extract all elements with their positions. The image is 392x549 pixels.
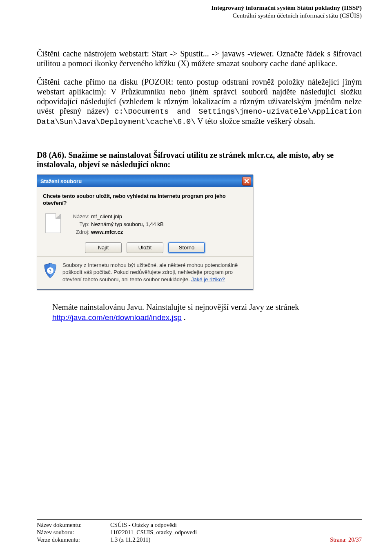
file-details: Název: mf_client.jnlp Typ: Neznámý typ s…: [65, 213, 164, 235]
dialog-title: Stažení souboru: [40, 178, 242, 184]
find-post: ajít: [102, 244, 109, 251]
paragraph-1: Čištění cache nástrojem webstart: Start …: [37, 49, 362, 68]
save-button[interactable]: Uložit: [127, 242, 163, 253]
footer-file-name-label: Název souboru:: [37, 529, 110, 536]
footer-rule: [37, 519, 362, 520]
download-dialog: Stažení souboru Chcete tento soubor ulož…: [37, 175, 253, 290]
dialog-info-row: ? Soubory z Internetu mohou být užitečné…: [43, 262, 247, 283]
java-download-link[interactable]: http://java.com/en/download/index.jsp: [52, 313, 182, 322]
save-ul: U: [138, 244, 142, 251]
save-post: ložit: [142, 244, 151, 251]
answer-text-a: Nemáte nainstalovánu Javu. Nainstalujte …: [52, 303, 299, 311]
risk-link[interactable]: Jaké je riziko?: [191, 276, 225, 282]
footer-doc-name-label: Název dokumentu:: [37, 521, 110, 529]
para2-text-b: V této složce smažte veškerý obsah.: [196, 117, 315, 125]
answer-text-b: .: [182, 313, 186, 322]
file-info-row: Název: mf_client.jnlp Typ: Neznámý typ s…: [43, 213, 247, 235]
header-line2: Centrální systém účetních informací stát…: [37, 12, 362, 20]
label-name: Název:: [65, 213, 89, 220]
cancel-button[interactable]: Storno: [168, 242, 205, 253]
dialog-button-row: Najít Uložit Storno: [43, 242, 247, 253]
shield-icon: ?: [43, 262, 58, 279]
header-line1: Integrovaný informační systém Státní pok…: [37, 4, 362, 12]
dialog-titlebar: Stažení souboru: [37, 175, 253, 187]
answer-paragraph: Nemáte nainstalovánu Javu. Nainstalujte …: [37, 302, 362, 322]
value-name: mf_client.jnlp: [91, 213, 164, 220]
svg-text:?: ?: [49, 268, 51, 274]
footer-version-label: Verze dokumentu:: [37, 536, 110, 543]
dialog-info-text: Soubory z Internetu mohou být užitečné, …: [62, 262, 247, 283]
header-rule: [37, 21, 362, 21]
page-footer: Název dokumentu: CSÚIS - Otázky a odpově…: [37, 519, 362, 543]
file-icon: [45, 213, 61, 233]
footer-version-value: 1.3 (z 11.2.2011): [110, 536, 330, 543]
page-number: Strana: 20/37: [330, 536, 362, 543]
dialog-prompt: Chcete tento soubor uložit, nebo vyhleda…: [43, 193, 247, 207]
find-ul: N: [98, 244, 102, 251]
page-header: Integrovaný informační systém Státní pok…: [37, 4, 362, 19]
paragraph-2: Čištění cache přímo na disku (POZOR: ten…: [37, 77, 362, 126]
find-button[interactable]: Najít: [85, 242, 122, 253]
close-icon: [244, 179, 249, 184]
value-source: www.mfcr.cz: [91, 229, 164, 235]
section-heading-d8: D8 (A6). Snažíme se nainstalovat Šifrova…: [37, 150, 362, 170]
footer-file-name-value: 11022011_CSUIS_otazky_odpovedi: [110, 529, 330, 536]
footer-doc-name-value: CSÚIS - Otázky a odpovědi: [110, 521, 330, 529]
dialog-body: Chcete tento soubor uložit, nebo vyhleda…: [37, 187, 253, 289]
label-source: Zdroj:: [65, 229, 89, 235]
dialog-separator: [37, 256, 253, 257]
value-type: Neznámý typ souboru, 1,44 kB: [91, 221, 164, 227]
body-content: Čištění cache nástrojem webstart: Start …: [37, 49, 362, 127]
close-button[interactable]: [242, 177, 251, 186]
label-type: Typ:: [65, 221, 89, 227]
